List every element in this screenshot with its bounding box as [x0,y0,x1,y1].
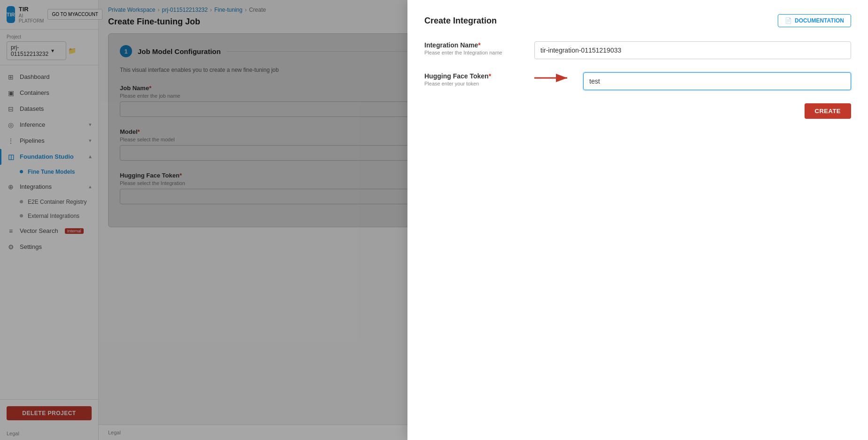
integration-name-label: Integration Name* [424,41,528,49]
modal-footer: CREATE [424,103,851,119]
create-button[interactable]: CREATE [805,103,851,119]
hf-token-label-block: Hugging Face Token* Please enter your to… [424,72,528,86]
doc-btn-label: DOCUMENTATION [795,17,844,24]
modal-title: Create Integration [424,16,497,26]
modal-field-integration-name: Integration Name* Please enter the Integ… [424,41,851,59]
hf-token-modal-input[interactable] [583,72,851,90]
create-integration-modal: Create Integration 📄 DOCUMENTATION Integ… [407,0,868,440]
documentation-button[interactable]: 📄 DOCUMENTATION [778,14,851,27]
hf-token-modal-label: Hugging Face Token* [424,72,528,80]
modal-overlay: Create Integration 📄 DOCUMENTATION Integ… [0,0,868,440]
hf-token-input-wrap [583,72,851,90]
integration-name-input[interactable] [534,41,851,59]
integration-name-input-wrap [534,41,851,59]
modal-header: Create Integration 📄 DOCUMENTATION [424,14,851,27]
hf-token-modal-hint: Please enter your token [424,81,528,86]
arrow-indicator [534,72,572,84]
modal-field-hf-token: Hugging Face Token* Please enter your to… [424,72,851,90]
doc-icon: 📄 [785,17,792,24]
integration-name-label-block: Integration Name* Please enter the Integ… [424,41,528,55]
integration-name-hint: Please enter the Integration name [424,50,528,55]
